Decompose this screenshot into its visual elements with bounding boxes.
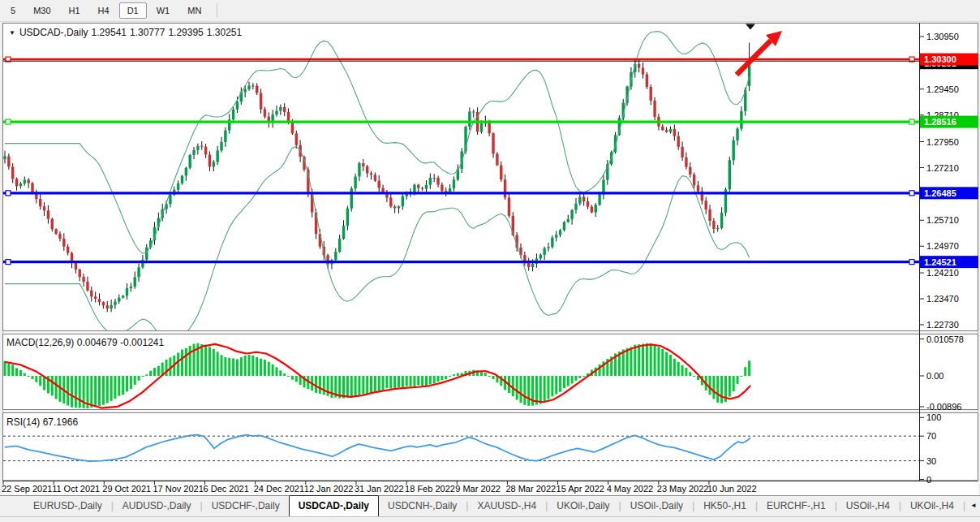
timeframe-button-d1[interactable]: D1 xyxy=(119,2,147,19)
candle-body xyxy=(508,197,510,215)
candle-body xyxy=(134,277,136,287)
macd-bar xyxy=(342,376,345,399)
macd-bar xyxy=(200,344,203,376)
svg-text:9 Mar 2022: 9 Mar 2022 xyxy=(455,484,501,494)
tab-xauusd-h4[interactable]: XAUUSD-,H4 xyxy=(468,496,545,516)
macd-bar xyxy=(19,370,22,376)
chart-window: 1.309501.294501.287101.279501.272101.257… xyxy=(0,22,980,495)
chart-context-triangle-icon[interactable]: ▼ xyxy=(9,29,15,37)
tab-ukoil-daily[interactable]: UKOil-,Daily xyxy=(548,496,618,516)
candle-body xyxy=(251,85,254,86)
candle-body xyxy=(137,267,140,277)
timeframe-button-h4[interactable]: H4 xyxy=(90,2,118,19)
macd-bar xyxy=(693,376,695,377)
candle-body xyxy=(598,194,600,205)
candle-body xyxy=(291,123,294,134)
candle-body xyxy=(716,228,719,229)
chart-canvas: 1.309501.294501.287101.279501.272101.257… xyxy=(0,22,980,495)
candle-body xyxy=(638,64,640,68)
macd-bar xyxy=(626,348,629,376)
candle-body xyxy=(110,305,112,308)
tab-usoil-daily[interactable]: USOil-,Daily xyxy=(621,496,692,516)
candle-body xyxy=(11,166,14,179)
macd-bar xyxy=(582,376,585,377)
macd-bar xyxy=(642,344,644,376)
svg-text:31 Jan 2022: 31 Jan 2022 xyxy=(355,484,404,494)
macd-bar xyxy=(709,376,711,395)
macd-bar xyxy=(355,376,357,396)
candle-body xyxy=(24,180,26,183)
tab-eurchf-h1[interactable]: EURCHF-,H1 xyxy=(758,496,835,516)
macd-bar xyxy=(712,376,715,399)
candle-body xyxy=(94,296,97,299)
macd-bar xyxy=(646,343,648,376)
candle-body xyxy=(736,129,738,140)
macd-bar xyxy=(268,362,270,376)
toolbar-separator xyxy=(217,3,217,18)
tab-usdcnh-daily[interactable]: USDCNH-,Daily xyxy=(379,496,466,516)
candle-body xyxy=(642,68,644,75)
svg-text:1.24970: 1.24970 xyxy=(926,241,959,251)
tab-ukoil-h4[interactable]: UKOil-,H4 xyxy=(901,496,963,516)
line-handle[interactable] xyxy=(6,191,11,196)
macd-bar xyxy=(539,376,542,404)
tab-hk50-h1[interactable]: HK50-,H1 xyxy=(694,496,755,516)
timeframe-button-5[interactable]: 5 xyxy=(2,2,24,19)
candle-body xyxy=(665,130,668,132)
candle-body xyxy=(362,163,364,166)
candle-body xyxy=(181,175,183,183)
tab-usoil-h4[interactable]: USOil-,H4 xyxy=(837,496,899,516)
candle-body xyxy=(185,168,187,176)
macd-bar xyxy=(720,376,723,403)
line-handle[interactable] xyxy=(909,260,914,265)
candle-body xyxy=(354,177,356,189)
candle-body xyxy=(334,252,337,260)
candle-body xyxy=(54,229,57,234)
candle-body xyxy=(3,156,6,159)
line-handle[interactable] xyxy=(909,119,914,124)
macd-name: MACD(12,26,9) xyxy=(6,337,74,348)
candle-body xyxy=(275,111,277,114)
tab-audusd-daily[interactable]: AUDUSD-,Daily xyxy=(114,496,200,516)
timeframe-button-w1[interactable]: W1 xyxy=(148,2,178,19)
macd-bar xyxy=(551,376,553,396)
svg-text:100: 100 xyxy=(926,412,941,422)
candle-body xyxy=(547,247,549,248)
macd-bar xyxy=(638,344,640,376)
macd-bar xyxy=(244,356,247,376)
macd-bar xyxy=(425,376,428,386)
macd-bar xyxy=(346,376,349,398)
candle-body xyxy=(539,255,542,259)
svg-text:1.30300: 1.30300 xyxy=(924,54,956,64)
rsi-indicator-label: RSI(14) 67.1966 xyxy=(6,416,78,428)
timeframe-button-h1[interactable]: H1 xyxy=(61,2,88,19)
macd-bar xyxy=(744,367,746,376)
macd-bar xyxy=(39,376,41,386)
timeframe-button-m30[interactable]: M30 xyxy=(25,2,58,19)
candle-body xyxy=(130,287,132,288)
svg-text:1.25710: 1.25710 xyxy=(926,215,959,225)
line-handle[interactable] xyxy=(6,260,11,265)
macd-bar xyxy=(256,357,258,376)
candle-body xyxy=(247,85,250,89)
tab-scroll-left-icon[interactable]: ◄ xyxy=(970,502,977,516)
macd-bar xyxy=(323,376,325,395)
line-handle[interactable] xyxy=(6,119,11,124)
svg-text:1.27210: 1.27210 xyxy=(926,163,959,173)
candle-body xyxy=(114,301,116,304)
svg-text:18 Feb 2022: 18 Feb 2022 xyxy=(405,484,455,494)
tab-usdcad-daily[interactable]: USDCAD-,Daily xyxy=(289,495,379,516)
candle-body xyxy=(86,282,88,291)
candle-body xyxy=(7,156,10,166)
candle-body xyxy=(118,298,120,302)
tab-eurusd-daily[interactable]: EURUSD-,Daily xyxy=(24,496,111,516)
line-handle[interactable] xyxy=(909,191,914,196)
macd-bar xyxy=(141,376,144,377)
timeframe-button-mn[interactable]: MN xyxy=(179,2,209,19)
candle-body xyxy=(708,209,711,221)
tab-usdchf-daily[interactable]: USDCHF-,Daily xyxy=(203,496,289,516)
candle-body xyxy=(67,247,69,253)
candle-body xyxy=(578,196,581,203)
rsi-name: RSI(14) xyxy=(6,416,40,428)
svg-text:4 May 2022: 4 May 2022 xyxy=(607,484,653,494)
